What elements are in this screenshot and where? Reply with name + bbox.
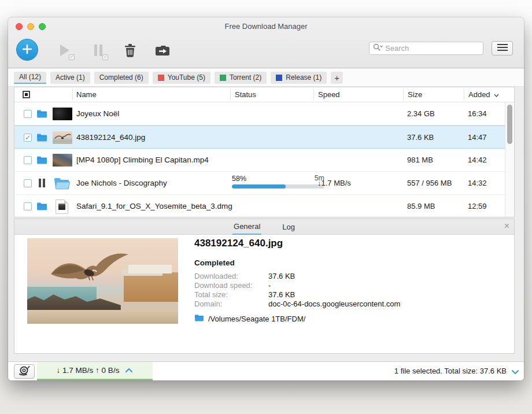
status-text: Completed [194,258,400,267]
close-icon[interactable]: × [504,221,509,231]
column-header-name[interactable]: Name [76,90,97,99]
row-checkbox[interactable] [24,202,32,210]
path-text: /Volumes/Seagate 1TB/FDM/ [208,315,305,323]
dmg-file-icon [56,199,68,214]
file-name: Joyeux Noël [76,109,119,118]
filter-tab-active[interactable]: Active (1) [50,72,90,84]
progress-fill [232,184,286,188]
add-download-button[interactable] [16,39,38,61]
detail-field: Downloaded:37.6 KB [194,272,400,281]
filter-tab-label: Release (1) [286,73,322,82]
tag-color-swatch [276,75,282,81]
tab-log[interactable]: Log [281,220,296,234]
folder-icon[interactable] [36,109,47,120]
delete-button[interactable] [121,43,139,58]
file-size: 557 / 956 MB [407,179,452,187]
table-row[interactable]: [MP4 1080p] Climbing El Capitan.mp4 981 … [14,149,505,172]
field-label: Total size: [194,290,268,300]
main-menu-button[interactable] [492,41,513,56]
titlebar: Free Download Manager ✓ ✓ [8,17,524,68]
tag-color-swatch [220,75,226,81]
search-field [369,42,483,55]
row-checkbox[interactable] [24,156,32,164]
file-name: 438192124_640.jpg [76,133,145,142]
snail-icon [18,365,31,378]
filter-tab-label: Active (1) [56,73,85,82]
filter-tab-completed[interactable]: Completed (6) [94,72,149,84]
added-time: 16:34 [468,109,487,118]
filter-tabs: All (12) Active (1) Completed (6) YouTub… [8,69,524,87]
details-tabs: General Log × [14,219,514,235]
field-label: Domain: [194,300,268,309]
added-time: 14:32 [468,179,487,187]
table-row[interactable]: Safari_9.1_for_OS_X_Yosemite_beta_3.dmg … [14,195,505,218]
app-window: Free Download Manager ✓ ✓ [8,17,524,380]
column-header-status[interactable]: Status [235,90,256,99]
resume-button[interactable]: ✓ [56,43,73,58]
download-progress: 58% 5m [232,174,324,188]
file-size: 37.6 KB [407,133,434,142]
row-checkbox[interactable] [24,110,32,118]
file-thumbnail [53,131,72,144]
folder-icon[interactable] [36,202,47,212]
file-name: [MP4 1080p] Climbing El Capitan.mp4 [76,156,209,164]
file-thumbnail [53,154,72,167]
column-header-size[interactable]: Size [408,90,422,99]
column-header-speed[interactable]: Speed [318,90,340,99]
row-checkbox[interactable]: ✓ [24,134,32,142]
column-header-added[interactable]: Added [468,90,499,99]
seagull-illustration [49,249,135,295]
filter-tab-torrent[interactable]: Torrent (2) [215,72,267,84]
filter-tab-all[interactable]: All (12) [14,72,46,84]
detail-field: Domain:doc-0c-64-docs.googleusercontent.… [194,300,400,309]
status-bar: ↓ 1.7 MB/s ↑ 0 B/s 1 file selected. Tota… [8,361,524,380]
plus-icon: + [334,73,339,83]
folder-icon[interactable] [36,133,47,143]
window-title: Free Download Manager [8,22,524,31]
detail-field: Total size:37.6 KB [194,290,400,300]
filter-tab-label: Completed (6) [99,73,143,82]
download-speed: ↓1.7 MB/s [317,179,351,187]
filter-tab-youtube[interactable]: YouTube (5) [153,72,210,84]
pause-checkbox-icon: ✓ [102,54,108,60]
select-all-icon[interactable] [23,91,30,100]
sort-chevron-icon [494,94,499,97]
filter-tab-release[interactable]: Release (1) [271,72,327,84]
trash-icon [124,50,136,59]
file-size: 981 MB [407,156,433,164]
field-value: doc-0c-64-docs.googleusercontent.com [268,300,400,308]
chevron-down-icon[interactable] [511,368,519,376]
search-input[interactable] [385,44,487,53]
pause-button[interactable]: ✓ [90,43,107,58]
tab-general[interactable]: General [232,219,261,235]
detail-field: Download speed:- [194,281,400,290]
file-thumbnail [53,108,72,120]
row-checkbox[interactable] [24,179,32,187]
search-icon[interactable] [373,43,383,53]
download-path[interactable]: /Volumes/Seagate 1TB/FDM/ [194,314,400,323]
move-to-folder-button[interactable] [154,43,171,58]
selection-summary: 1 file selected. Total size: 37.6 KB [394,367,507,375]
added-time: 14:42 [468,156,487,164]
details-title: 438192124_640.jpg [194,238,400,249]
open-folder-icon [53,176,71,193]
folder-icon[interactable] [36,156,47,166]
added-time: 12:59 [468,202,487,210]
file-name: Safari_9.1_for_OS_X_Yosemite_beta_3.dmg [76,202,232,210]
filter-tab-label: YouTube (5) [168,73,205,82]
table-row[interactable]: ✓ 438192124_640.jpg 37.6 KB 14:47 [14,125,505,149]
file-name: Joe Nichols - Discography [76,179,167,187]
scrollbar-thumb[interactable] [507,105,512,144]
add-filter-tab-button[interactable]: + [331,72,343,84]
field-value: 37.6 KB [268,272,295,280]
added-time: 14:47 [468,133,487,142]
speed-limit-button[interactable] [14,364,35,379]
preview-thumbnail [27,238,178,324]
filter-tab-label: Torrent (2) [230,73,261,82]
global-speed-toggle[interactable]: ↓ 1.7 MB/s ↑ 0 B/s [37,362,153,380]
pause-bars-icon[interactable] [38,178,46,190]
table-row[interactable]: Joyeux Noël 2.34 GB 16:34 [14,102,505,125]
progress-bar [232,184,324,188]
table-row[interactable]: Joe Nichols - Discography 58% 5m ↓1.7 MB… [14,172,505,195]
vertical-scrollbar[interactable] [505,102,514,217]
